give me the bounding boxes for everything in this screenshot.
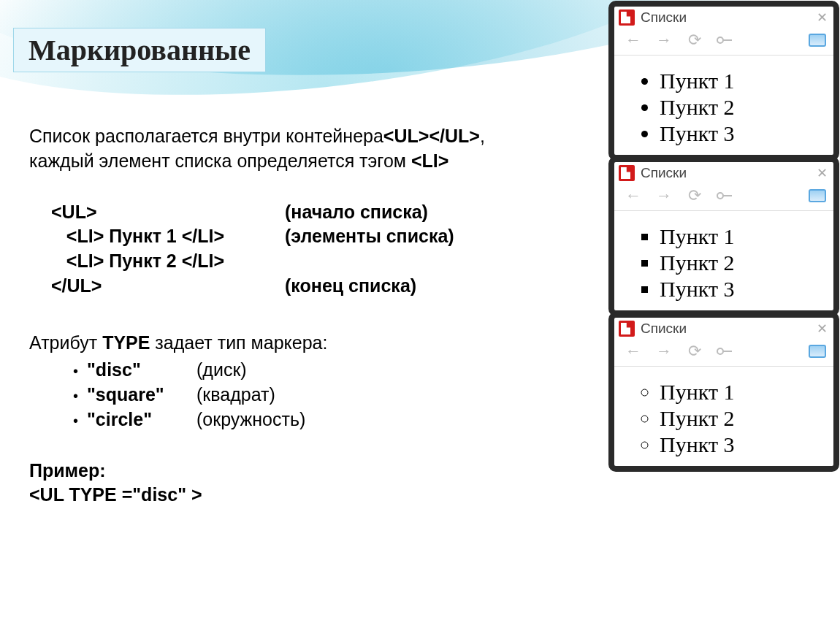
- browser-titlebar: Списки ✕: [614, 7, 833, 27]
- list-item: Пункт 1: [660, 224, 828, 249]
- code-c1: <UL>: [51, 200, 285, 225]
- list-item: Пункт 1: [660, 69, 828, 93]
- attr-item: "circle"(окружность): [73, 408, 584, 432]
- browser-panel-square: Списки ✕ ← → ⟳ Пункт 1 Пункт 2 Пункт 3: [608, 156, 839, 316]
- close-icon[interactable]: ✕: [817, 9, 828, 26]
- slide-content: Список располагается внутри контейнера<U…: [29, 124, 584, 508]
- code-c1: <LI> Пункт 2 </LI>: [51, 249, 285, 274]
- attr-pre: Атрибут: [29, 332, 102, 353]
- attr-desc: (диск): [196, 358, 247, 383]
- preview-column: Списки ✕ ← → ⟳ Пункт 1 Пункт 2 Пункт 3 С…: [608, 1, 839, 472]
- intro-comma: ,: [480, 126, 485, 146]
- code-row: <UL> (начало списка): [51, 200, 584, 225]
- attr-value: "square": [87, 383, 196, 408]
- forward-icon[interactable]: →: [655, 31, 673, 49]
- browser-title: Списки: [641, 165, 687, 181]
- attr-item: "square"(квадрат): [73, 383, 584, 408]
- intro-tag-ul-close: </UL>: [429, 126, 479, 146]
- reload-icon[interactable]: ⟳: [686, 31, 703, 49]
- intro-line1-pre: Список располагается внутри контейнера: [29, 126, 383, 146]
- code-c1: <LI> Пункт 1 </LI>: [51, 224, 285, 249]
- list-item: Пункт 2: [660, 95, 828, 120]
- list-item: Пункт 1: [660, 380, 828, 405]
- list-item: Пункт 2: [660, 406, 828, 431]
- example-label: Пример:: [29, 459, 584, 483]
- attr-desc: (квадрат): [196, 383, 275, 408]
- close-icon[interactable]: ✕: [817, 321, 828, 337]
- opera-icon: [619, 321, 635, 337]
- attr-name: TYPE: [102, 332, 150, 353]
- monitor-icon[interactable]: [809, 189, 826, 202]
- preview-list-circle: Пункт 1 Пункт 2 Пункт 3: [639, 380, 828, 457]
- browser-body: Пункт 1 Пункт 2 Пункт 3: [614, 211, 833, 306]
- intro-tag-ul-open: <UL>: [383, 126, 429, 146]
- opera-icon: [619, 9, 635, 26]
- example-block: Пример: <UL TYPE ="disc" >: [29, 459, 584, 508]
- browser-toolbar: ← → ⟳: [614, 27, 833, 56]
- back-icon[interactable]: ←: [625, 31, 642, 49]
- browser-titlebar: Списки ✕: [614, 318, 833, 338]
- list-item: Пункт 3: [660, 277, 828, 302]
- attr-list: "disc"(диск) "square"(квадрат) "circle"(…: [73, 358, 584, 432]
- preview-list-square: Пункт 1 Пункт 2 Пункт 3: [639, 224, 828, 302]
- browser-panel-circle: Списки ✕ ← → ⟳ Пункт 1 Пункт 2 Пункт 3: [608, 312, 839, 472]
- back-icon[interactable]: ←: [625, 343, 642, 360]
- intro-tag-li: <LI>: [411, 150, 448, 171]
- forward-icon[interactable]: →: [655, 187, 673, 204]
- key-icon: [717, 348, 732, 355]
- monitor-icon[interactable]: [809, 345, 826, 358]
- code-row: </UL> (конец списка): [51, 274, 584, 299]
- example-code: <UL TYPE ="disc" >: [29, 483, 584, 508]
- attr-value: "circle": [87, 408, 196, 432]
- attribute-block: Атрибут TYPE задает тип маркера: "disc"(…: [29, 331, 584, 432]
- slide-title: Маркированные: [13, 28, 266, 72]
- code-c2: (конец списка): [285, 274, 416, 299]
- opera-icon: [619, 165, 635, 181]
- code-c2: (начало списка): [285, 200, 428, 225]
- reload-icon[interactable]: ⟳: [686, 187, 703, 204]
- browser-title: Списки: [641, 9, 687, 26]
- browser-title: Списки: [641, 321, 687, 337]
- browser-titlebar: Списки ✕: [614, 162, 833, 183]
- browser-toolbar: ← → ⟳: [614, 183, 833, 211]
- attr-head: Атрибут TYPE задает тип маркера:: [29, 331, 584, 356]
- attr-desc: (окружность): [196, 408, 305, 432]
- browser-toolbar: ← → ⟳: [614, 338, 833, 367]
- code-block: <UL> (начало списка) <LI> Пункт 1 </LI> …: [51, 200, 584, 299]
- browser-body: Пункт 1 Пункт 2 Пункт 3: [614, 56, 833, 150]
- code-c1: </UL>: [51, 274, 285, 299]
- preview-list-disc: Пункт 1 Пункт 2 Пункт 3: [639, 69, 828, 146]
- list-item: Пункт 3: [660, 121, 828, 146]
- monitor-icon[interactable]: [809, 34, 826, 47]
- list-item: Пункт 3: [660, 432, 828, 457]
- intro-text: Список располагается внутри контейнера<U…: [29, 124, 584, 174]
- list-item: Пункт 2: [660, 251, 828, 275]
- code-row: <LI> Пункт 2 </LI>: [51, 249, 584, 274]
- back-icon[interactable]: ←: [625, 187, 642, 204]
- key-icon: [717, 192, 732, 199]
- browser-panel-disc: Списки ✕ ← → ⟳ Пункт 1 Пункт 2 Пункт 3: [608, 1, 839, 161]
- reload-icon[interactable]: ⟳: [686, 343, 703, 360]
- close-icon[interactable]: ✕: [817, 165, 828, 181]
- browser-body: Пункт 1 Пункт 2 Пункт 3: [614, 367, 833, 462]
- intro-line2-pre: каждый элемент списка определяется тэгом: [29, 150, 411, 171]
- attr-value: "disc": [87, 358, 196, 383]
- forward-icon[interactable]: →: [655, 343, 673, 360]
- attr-item: "disc"(диск): [73, 358, 584, 383]
- attr-post: задает тип маркера:: [150, 332, 327, 353]
- code-row: <LI> Пункт 1 </LI> (элементы списка): [51, 224, 584, 249]
- key-icon: [717, 37, 732, 44]
- code-c2: (элементы списка): [285, 224, 454, 249]
